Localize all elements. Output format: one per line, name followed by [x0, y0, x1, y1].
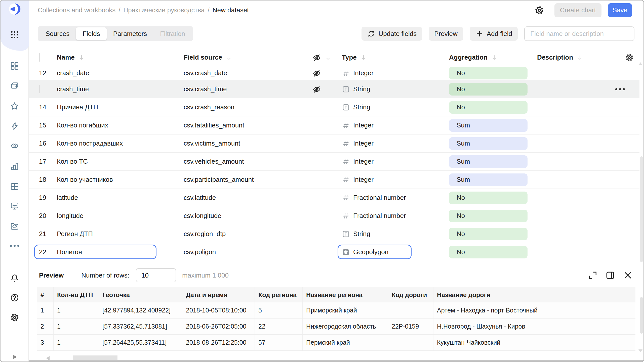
column-header-description[interactable]: Description	[537, 54, 573, 61]
sort-arrow-icon[interactable]	[360, 54, 367, 61]
field-source[interactable]: csv.poligon	[184, 248, 309, 256]
field-source[interactable]: csv.victims_amount	[184, 140, 309, 147]
sidebar-item-notifications[interactable]	[1, 273, 29, 283]
field-type[interactable]: Integer	[342, 140, 449, 148]
field-source[interactable]: csv.crash_time	[184, 85, 309, 93]
field-type[interactable]: String	[342, 230, 449, 238]
field-type[interactable]: Integer	[342, 121, 449, 129]
sidebar-expand-button[interactable]	[1, 353, 29, 361]
sidebar-item-settings[interactable]	[1, 313, 29, 322]
horizontal-scrollbar-thumb[interactable]	[73, 355, 117, 360]
preview-vertical-scrollbar[interactable]	[640, 297, 643, 334]
select-all-checkbox[interactable]	[39, 53, 40, 62]
tab-fields[interactable]: Fields	[76, 27, 106, 40]
field-name[interactable]: crash_time	[57, 85, 184, 93]
field-row[interactable]: 14 Причина ДТП csv.crash_reason String N…	[29, 98, 639, 116]
field-row[interactable]: 18 Кол-во участников csv.participants_am…	[29, 171, 639, 189]
aggregation-select[interactable]: Sum	[449, 119, 528, 132]
field-type[interactable]: Integer	[342, 69, 449, 77]
aggregation-select[interactable]: Sum	[449, 173, 528, 186]
sidebar-item-apps[interactable]	[1, 30, 29, 39]
field-row[interactable]: 21 Регион ДТП csv.region_dtp String No	[29, 225, 639, 243]
field-type[interactable]: Integer	[342, 176, 449, 184]
aggregation-select[interactable]: No	[449, 83, 528, 96]
field-row[interactable]: 20 longitude csv.longitude Fractional nu…	[29, 207, 639, 225]
field-row[interactable]: 16 Кол-во пострадавших csv.victims_amoun…	[29, 134, 639, 153]
sidebar-item-editor[interactable]	[1, 121, 29, 131]
scroll-down-arrow[interactable]	[638, 349, 642, 352]
fields-vertical-scrollbar[interactable]	[640, 156, 643, 262]
datalens-logo[interactable]	[1, 3, 29, 16]
field-type[interactable]: Integer	[342, 158, 449, 166]
aggregation-select[interactable]: No	[449, 192, 528, 204]
sort-arrow-icon[interactable]	[78, 54, 85, 61]
sidebar-item-favorites[interactable]	[1, 101, 29, 111]
sidebar-item-collections[interactable]	[1, 81, 29, 91]
field-name[interactable]: longitude	[57, 212, 184, 220]
preview-close-button[interactable]	[623, 270, 633, 280]
hidden-field-icon[interactable]	[312, 85, 321, 94]
field-name[interactable]: Кол-во участников	[57, 176, 184, 184]
field-name[interactable]: Полигон	[57, 248, 184, 256]
preview-dock-right-button[interactable]	[605, 270, 615, 280]
scroll-left-arrow[interactable]	[46, 356, 50, 360]
breadcrumb-collections[interactable]: Collections and workbooks	[38, 6, 115, 14]
aggregation-select[interactable]: No	[449, 246, 528, 258]
column-header-field-source[interactable]: Field source	[184, 54, 222, 61]
field-row[interactable]: 12 crash_date csv.crash_date Integer No	[29, 66, 639, 80]
field-type[interactable]: String	[342, 85, 449, 93]
sidebar-item-dashboards[interactable]	[1, 61, 29, 71]
field-row-selected[interactable]: 22 Полигон csv.poligon Geopolygon No	[29, 243, 639, 261]
field-name[interactable]: crash_date	[57, 69, 184, 77]
field-row[interactable]: 17 Кол-во ТС csv.vehicles_amount Integer…	[29, 153, 639, 171]
sort-arrow-icon[interactable]	[226, 54, 232, 61]
aggregation-select[interactable]: No	[449, 101, 528, 114]
field-row[interactable]: 15 Кол-во погибших csv.fatalities_amount…	[29, 116, 639, 134]
column-header-name[interactable]: Name	[57, 54, 75, 61]
preview-expand-button[interactable]	[588, 270, 598, 280]
column-header-aggregation[interactable]: Aggregation	[449, 54, 488, 61]
row-checkbox[interactable]	[39, 85, 40, 93]
row-more-menu[interactable]	[615, 88, 625, 90]
field-name[interactable]: Регион ДТП	[57, 230, 184, 238]
breadcrumb-workbook[interactable]: Практические руководства	[124, 6, 205, 14]
scroll-up-arrow[interactable]	[638, 62, 642, 65]
sort-arrow-icon[interactable]	[325, 54, 331, 61]
field-type[interactable]: Geopolygon	[342, 248, 449, 256]
field-row[interactable]: crash_time csv.crash_time String No	[29, 80, 639, 98]
field-source[interactable]: csv.crash_reason	[184, 103, 309, 111]
field-source[interactable]: csv.participants_amount	[184, 176, 309, 184]
preview-button[interactable]: Preview	[429, 27, 463, 41]
field-type[interactable]: Fractional number	[342, 212, 449, 220]
field-row[interactable]: 19 latitude csv.latitude Fractional numb…	[29, 189, 639, 207]
field-source[interactable]: csv.region_dtp	[184, 230, 309, 238]
field-name[interactable]: Кол-во погибших	[57, 121, 184, 129]
field-source[interactable]: csv.vehicles_amount	[184, 158, 309, 165]
tab-sources[interactable]: Sources	[39, 27, 76, 40]
table-settings-gear-icon[interactable]	[625, 53, 634, 62]
field-name[interactable]: Кол-во ТС	[57, 158, 184, 165]
field-source[interactable]: csv.crash_date	[184, 69, 309, 77]
save-button[interactable]: Save	[608, 3, 632, 17]
aggregation-select[interactable]: Sum	[449, 137, 528, 150]
aggregation-select[interactable]: No	[449, 210, 528, 222]
field-type[interactable]: Fractional number	[342, 194, 449, 202]
add-field-button[interactable]: Add field	[470, 27, 518, 41]
aggregation-select[interactable]: Sum	[449, 155, 528, 168]
field-search-input[interactable]	[524, 26, 634, 41]
field-source[interactable]: csv.longitude	[184, 212, 309, 220]
tab-filtration[interactable]: Filtration	[153, 27, 192, 40]
update-fields-button[interactable]: Update fields	[361, 27, 422, 41]
sidebar-item-charts[interactable]	[1, 162, 29, 171]
column-header-type[interactable]: Type	[342, 54, 357, 61]
field-name[interactable]: Кол-во пострадавших	[57, 140, 184, 147]
aggregation-select[interactable]: No	[449, 228, 528, 240]
sidebar-item-help[interactable]	[1, 293, 29, 302]
sidebar-item-monitoring[interactable]	[1, 201, 29, 211]
dataset-settings-button[interactable]	[534, 5, 544, 15]
sidebar-item-datasets[interactable]	[1, 182, 29, 191]
tab-parameters[interactable]: Parameters	[107, 27, 153, 40]
sort-arrow-icon[interactable]	[491, 54, 498, 61]
number-of-rows-input[interactable]	[136, 268, 176, 282]
aggregation-select[interactable]: No	[449, 67, 528, 79]
